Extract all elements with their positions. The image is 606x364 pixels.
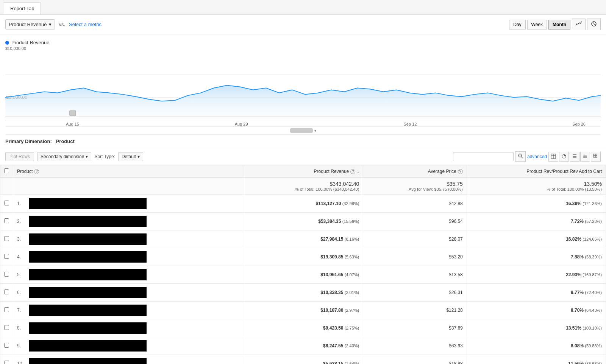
product-name-redacted xyxy=(29,251,147,263)
row-checkbox-cell[interactable] xyxy=(0,195,13,213)
revenue-cell: $13,951.65 (4.07%) xyxy=(243,266,363,284)
row-checkbox[interactable] xyxy=(4,307,9,312)
x-label-sep12: Sep 12 xyxy=(403,122,417,126)
row-checkbox[interactable] xyxy=(4,218,9,223)
row-checkbox-cell[interactable] xyxy=(0,355,13,364)
row-checkbox[interactable] xyxy=(4,236,9,241)
cart-pct-sub: (72.40%) xyxy=(585,290,602,295)
svg-rect-21 xyxy=(595,154,597,156)
product-name-redacted xyxy=(29,287,147,298)
revenue-cell: $113,127.10 (32.98%) xyxy=(243,195,363,213)
product-name-redacted xyxy=(29,305,147,316)
revenue-header[interactable]: Product Revenue ? ↓ xyxy=(243,165,363,178)
avg-price-value: $121.28 xyxy=(446,308,462,313)
toolbar: Product Revenue ▾ vs. Select a metric Da… xyxy=(0,15,606,34)
grid-view-button[interactable] xyxy=(591,152,601,162)
search-input[interactable] xyxy=(453,152,514,161)
cart-pct-value: 11.56% xyxy=(568,361,584,364)
day-button[interactable]: Day xyxy=(509,20,525,30)
row-checkbox-cell[interactable] xyxy=(0,302,13,319)
advanced-link[interactable]: advanced xyxy=(527,154,547,159)
avg-price-header[interactable]: Average Price ? xyxy=(363,165,467,178)
avg-price-cell: $96.54 xyxy=(363,213,467,230)
row-checkbox-cell[interactable] xyxy=(0,230,13,248)
search-button[interactable] xyxy=(515,151,526,162)
cart-header[interactable]: Product Rev/Product Rev Add to Cart xyxy=(467,165,606,178)
metric-dropdown[interactable]: Product Revenue ▾ xyxy=(5,19,55,30)
row-number: 8. xyxy=(17,325,26,331)
sort-default-label: Default xyxy=(122,154,136,159)
row-checkbox-cell[interactable] xyxy=(0,284,13,302)
sort-default-button[interactable]: Default ▾ xyxy=(118,152,143,161)
revenue-value: $19,309.85 xyxy=(320,254,343,260)
row-checkbox[interactable] xyxy=(4,325,9,330)
avg-price-cell: $37.69 xyxy=(363,319,467,337)
plot-rows-button[interactable]: Plot Rows xyxy=(5,152,34,161)
row-checkbox[interactable] xyxy=(4,254,9,259)
cart-cell: 9.77% (72.40%) xyxy=(467,284,606,302)
product-cell: 4. xyxy=(13,248,243,266)
row-checkbox-cell[interactable] xyxy=(0,337,13,355)
row-checkbox[interactable] xyxy=(4,272,9,277)
revenue-pct: (3.01%) xyxy=(345,290,359,295)
primary-dimension-bar: Primary Dimension: Product xyxy=(0,135,606,148)
cart-pct-sub: (169.87%) xyxy=(583,272,602,277)
select-metric-link[interactable]: Select a metric xyxy=(69,22,102,27)
filter-bar: Plot Rows Secondary dimension ▾ Sort Typ… xyxy=(0,148,606,165)
revenue-value: $53,384.35 xyxy=(318,219,341,224)
row-number: 2. xyxy=(17,219,26,224)
compare-view-button[interactable] xyxy=(580,152,590,162)
cart-pct-sub: (64.43%) xyxy=(585,308,602,313)
line-chart-button[interactable] xyxy=(572,19,586,30)
week-button[interactable]: Week xyxy=(527,20,547,30)
totals-revenue: $343,042.40 xyxy=(247,181,359,187)
select-all-header[interactable] xyxy=(0,165,13,178)
scroll-handle[interactable] xyxy=(290,128,313,133)
revenue-cell: $9,423.50 (2.75%) xyxy=(243,319,363,337)
report-tab[interactable]: Report Tab xyxy=(4,2,41,14)
row-checkbox[interactable] xyxy=(4,289,9,294)
select-all-checkbox[interactable] xyxy=(4,168,9,173)
scroll-down-icon[interactable]: ▾ xyxy=(314,129,316,133)
list-view-button[interactable] xyxy=(570,152,579,162)
table-view-button[interactable] xyxy=(548,152,558,162)
cart-pct-sub: (121.36%) xyxy=(583,201,602,206)
month-button[interactable]: Month xyxy=(548,20,570,30)
sec-dim-label: Secondary dimension xyxy=(41,154,84,159)
cart-pct-value: 8.08% xyxy=(571,343,584,348)
row-checkbox[interactable] xyxy=(4,343,9,348)
revenue-cell: $5,638.15 (1.64%) xyxy=(243,355,363,364)
table-row: 10. $5,638.15 (1.64%) $18.98 11.56% (85.… xyxy=(0,355,606,364)
revenue-cell: $10,187.80 (2.97%) xyxy=(243,302,363,319)
row-checkbox-cell[interactable] xyxy=(0,248,13,266)
table-row: 3. $27,984.15 (8.16%) $28.07 16.82% (124… xyxy=(0,230,606,248)
legend-label: Product Revenue xyxy=(11,40,49,45)
primary-dim-value: Product xyxy=(56,138,75,144)
revenue-value: $9,423.50 xyxy=(323,325,343,331)
data-table: Product ? Product Revenue ? ↓ Average Pr… xyxy=(0,165,606,364)
totals-avg-price: $35.75 xyxy=(367,181,462,187)
avg-price-value: $13.58 xyxy=(449,272,463,277)
revenue-sort-icon: ↓ xyxy=(357,169,359,174)
product-header[interactable]: Product ? xyxy=(13,165,243,178)
row-checkbox-cell[interactable] xyxy=(0,319,13,337)
table-row: 6. $10,338.35 (3.01%) $26.31 9.77% (72.4… xyxy=(0,284,606,302)
pie-view-button[interactable] xyxy=(559,152,569,162)
row-checkbox-cell[interactable] xyxy=(0,266,13,284)
row-checkbox[interactable] xyxy=(4,361,9,364)
cart-cell: 7.88% (58.39%) xyxy=(467,248,606,266)
chart-slider[interactable] xyxy=(70,110,76,116)
avg-price-cell: $28.07 xyxy=(363,230,467,248)
revenue-pct: (1.64%) xyxy=(345,361,359,364)
row-checkbox[interactable] xyxy=(4,201,9,205)
secondary-dimension-button[interactable]: Secondary dimension ▾ xyxy=(37,152,91,161)
cart-pct-sub: (57.23%) xyxy=(585,219,602,224)
revenue-pct: (15.56%) xyxy=(342,219,359,224)
product-cell: 5. xyxy=(13,266,243,284)
chart-area: Product Revenue $10,000.00 $5,000.00 xyxy=(0,34,606,135)
row-checkbox-cell[interactable] xyxy=(0,213,13,230)
table-row: 4. $19,309.85 (5.63%) $53.20 7.88% (58.3… xyxy=(0,248,606,266)
totals-avg-price-cell: $35.75 Avg for View: $35.75 (0.00%) xyxy=(363,178,467,195)
cart-pct-value: 8.70% xyxy=(571,308,584,313)
pie-chart-button[interactable] xyxy=(587,19,601,30)
